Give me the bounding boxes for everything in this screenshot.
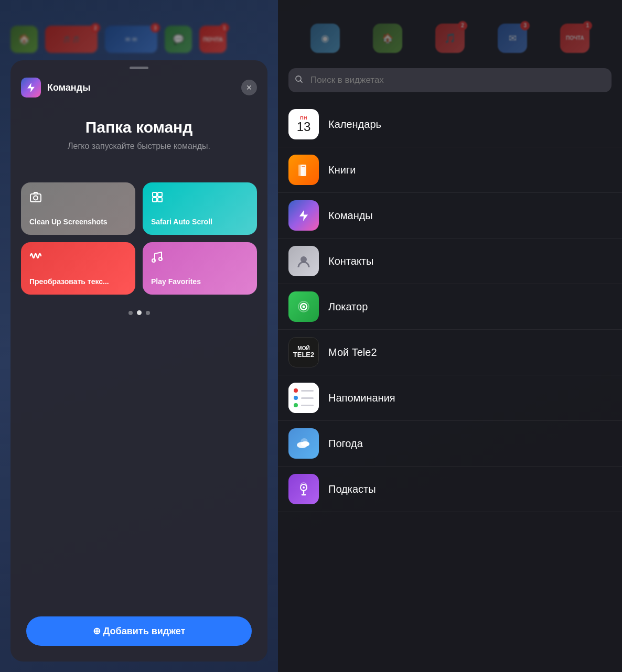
add-widget-button[interactable]: ⊕ Добавить виджет — [26, 616, 252, 646]
shortcut-safari-scroll[interactable]: Safari Auto Scroll — [143, 182, 257, 235]
badge-1-left: 1 — [220, 23, 229, 32]
svg-rect-2 — [153, 192, 157, 197]
right-top-icons: ◉ 🏠 🎵 2 ✉ 3 ПОЧТА 1 — [278, 0, 622, 66]
shortcuts-icon-list — [288, 200, 319, 231]
svg-point-16 — [303, 306, 305, 308]
top-icon-find: ◉ — [310, 24, 340, 53]
dot-3 — [146, 311, 150, 315]
reminder-bar-2 — [301, 397, 314, 399]
shortcut-play-favorites[interactable]: Play Favorites — [143, 242, 257, 295]
modal-card: Команды ✕ Папка команд Легко запускайте … — [10, 60, 267, 662]
widget-item-contacts[interactable]: Контакты — [278, 239, 622, 284]
calendar-day: 13 — [297, 121, 311, 133]
svg-point-20 — [301, 441, 309, 447]
left-top-icons: 🏠 🎵 🎵 2 ✉ ✉ 3 💬 ПОЧТА 1 — [0, 0, 278, 68]
shortcuts-app-icon — [21, 78, 41, 97]
widget-name-findmy: Локатор — [328, 301, 368, 313]
modal-header: Команды ✕ — [10, 69, 267, 103]
widget-item-reminders[interactable]: Напоминания — [278, 375, 622, 421]
badge-1-r: 1 — [583, 21, 592, 30]
shortcut-safari-label: Safari Auto Scroll — [151, 217, 212, 226]
reminder-line-2 — [294, 396, 314, 400]
badge-3-r: 3 — [520, 21, 530, 30]
reminder-bar-1 — [301, 390, 314, 392]
tele2-icon: МОЙ TELE2 — [288, 337, 319, 367]
shortcuts-grid: Clean Up Screenshots Safari Auto Scroll — [10, 182, 267, 295]
right-panel: ◉ 🏠 🎵 2 ✉ 3 ПОЧТА 1 Пн — [278, 0, 622, 672]
tele2-brand: TELE2 — [293, 351, 314, 359]
modal-main-title: Папка команд — [75, 118, 203, 136]
reminders-inner — [288, 383, 319, 413]
svg-rect-0 — [30, 194, 41, 202]
tele2-text: МОЙ TELE2 — [293, 345, 314, 359]
modal-app-title: Команды — [47, 82, 241, 93]
widget-item-books[interactable]: Книги — [278, 147, 622, 193]
svg-rect-4 — [153, 198, 157, 202]
top-icon-wrap-pochta: ПОЧТА 1 — [560, 24, 589, 53]
widget-list: Пн 13 Календарь Книги — [278, 97, 622, 672]
calendar-icon: Пн 13 — [288, 109, 319, 139]
reminder-bar-3 — [301, 405, 314, 406]
widget-item-shortcuts[interactable]: Команды — [278, 193, 622, 239]
search-container — [288, 68, 612, 92]
svg-point-1 — [34, 196, 38, 200]
widget-name-calendar: Календарь — [328, 118, 381, 131]
svg-point-7 — [159, 257, 162, 261]
findmy-icon — [288, 291, 319, 322]
widget-item-tele2[interactable]: МОЙ TELE2 Мой Tele2 — [278, 330, 622, 375]
modal-subtitle: Легко запускайте быстрые команды. — [52, 142, 226, 151]
left-panel: 🏠 🎵 🎵 2 ✉ ✉ 3 💬 ПОЧТА 1 Команды ✕ Папка — [0, 0, 278, 672]
svg-rect-13 — [302, 168, 304, 168]
svg-rect-5 — [158, 198, 162, 202]
search-input[interactable] — [288, 68, 612, 92]
camera-icon — [29, 191, 42, 207]
widget-item-weather[interactable]: Погода — [278, 421, 622, 467]
dot-2-active — [137, 310, 142, 315]
reminder-dot-blue — [294, 396, 298, 400]
podcasts-icon — [288, 474, 319, 504]
top-icon-wrap-music: 🎵 2 — [435, 24, 465, 53]
pagination-dots — [128, 310, 150, 315]
dot-1 — [128, 311, 133, 315]
shortcut-clean-label: Clean Up Screenshots — [29, 217, 108, 226]
shortcut-convert-text[interactable]: Преобразовать текс... — [21, 242, 135, 295]
widget-name-shortcuts: Команды — [328, 210, 373, 222]
top-icon-duo: 🎵 🎵 2 — [45, 26, 98, 53]
reminders-icon — [288, 383, 319, 413]
top-icon-msg: 💬 — [165, 26, 192, 53]
svg-rect-12 — [302, 166, 305, 167]
search-icon — [295, 75, 303, 85]
top-icon-home: 🏠 — [10, 26, 38, 53]
svg-point-22 — [303, 486, 305, 489]
widget-item-podcasts[interactable]: Подкасты — [278, 467, 622, 512]
svg-point-6 — [152, 259, 155, 262]
widget-item-calendar[interactable]: Пн 13 Календарь — [278, 102, 622, 147]
books-icon — [288, 155, 319, 185]
reminder-dot-red — [294, 388, 298, 393]
reminder-line-3 — [294, 403, 314, 407]
widget-name-contacts: Контакты — [328, 255, 373, 267]
top-icon-wrap-mail: ✉ 3 — [498, 24, 527, 53]
shortcut-play-label: Play Favorites — [151, 277, 201, 286]
badge-2: 2 — [91, 23, 100, 32]
widget-name-tele2: Мой Tele2 — [328, 346, 377, 359]
top-icon-pochta: ПОЧТА 1 — [199, 26, 227, 53]
shortcut-convert-label: Преобразовать текс... — [29, 277, 109, 286]
contacts-icon — [288, 246, 319, 276]
widget-name-podcasts: Подкасты — [328, 483, 376, 495]
top-icon-home-r: 🏠 — [373, 24, 402, 53]
widget-name-weather: Погода — [328, 438, 363, 450]
reminder-line-1 — [294, 388, 314, 393]
widget-item-findmy[interactable]: Локатор — [278, 284, 622, 330]
music-note-icon — [151, 251, 163, 266]
badge-3: 3 — [151, 23, 160, 32]
top-icon-wrap-home: 🏠 — [373, 24, 402, 53]
top-icon-mail-group: ✉ ✉ 3 — [105, 26, 157, 53]
close-button[interactable]: ✕ — [241, 80, 257, 95]
shortcut-clean-screenshots[interactable]: Clean Up Screenshots — [21, 182, 135, 235]
widget-name-reminders: Напоминания — [328, 392, 395, 404]
badge-2-r: 2 — [458, 21, 467, 30]
grid-icon — [151, 191, 164, 207]
weather-icon — [288, 428, 319, 459]
svg-rect-3 — [158, 192, 162, 197]
